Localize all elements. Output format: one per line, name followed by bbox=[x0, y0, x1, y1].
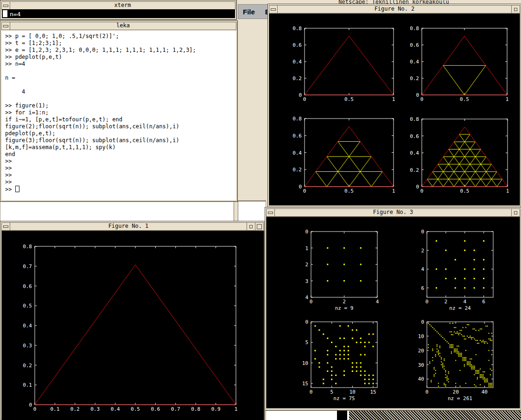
minimize-button[interactable] bbox=[267, 209, 275, 216]
figure2-window: Figure No. 2 00.5100.20.40.60.8 00.5100.… bbox=[267, 4, 521, 207]
figure1-canvas: 00.10.20.30.40.50.60.70.80.9100.10.20.30… bbox=[1, 231, 264, 420]
svg-text:0: 0 bbox=[420, 96, 424, 102]
xterm-text: n=4 bbox=[10, 11, 20, 18]
svg-text:0.8: 0.8 bbox=[292, 25, 302, 31]
background-window-bottom bbox=[267, 410, 337, 420]
svg-text:0: 0 bbox=[426, 299, 429, 305]
svg-text:0.6: 0.6 bbox=[292, 42, 302, 48]
svg-text:0: 0 bbox=[303, 96, 306, 102]
svg-text:0.4: 0.4 bbox=[111, 406, 120, 412]
figure1-title: Figure No. 1 bbox=[10, 223, 247, 230]
figure1-plot-mesh: 00.10.20.30.40.50.60.70.80.9100.10.20.30… bbox=[35, 246, 236, 405]
svg-text:0.2: 0.2 bbox=[292, 75, 302, 81]
svg-text:0.3: 0.3 bbox=[90, 406, 100, 412]
maximize-button[interactable] bbox=[255, 223, 263, 230]
maximize-icon bbox=[257, 224, 262, 229]
svg-text:0.6: 0.6 bbox=[410, 42, 419, 48]
svg-text:0.6: 0.6 bbox=[410, 133, 419, 139]
svg-text:0.8: 0.8 bbox=[23, 244, 32, 250]
figure2-title: Figure No. 2 bbox=[278, 6, 511, 13]
svg-text:1: 1 bbox=[506, 188, 509, 194]
svg-text:0.2: 0.2 bbox=[23, 363, 32, 369]
minimize-icon bbox=[3, 25, 8, 27]
terminal-prompt-line: >> bbox=[2, 186, 236, 193]
minimize-button[interactable] bbox=[2, 2, 10, 9]
svg-text:2: 2 bbox=[445, 299, 448, 305]
figure2-subplot-mesh-4: 00.5100.20.40.60.8 bbox=[422, 119, 508, 187]
svg-text:0.1: 0.1 bbox=[50, 406, 59, 412]
figure3-titlebar[interactable]: Figure No. 3 bbox=[266, 208, 520, 217]
svg-text:0: 0 bbox=[299, 184, 302, 190]
svg-text:0.5: 0.5 bbox=[460, 96, 469, 102]
svg-text:4: 4 bbox=[376, 299, 379, 305]
leka-terminal[interactable]: >> p = [ 0,0; 1,0; .5,1/sqrt(2)]'; >> t … bbox=[2, 31, 236, 200]
svg-text:0.5: 0.5 bbox=[460, 188, 470, 194]
svg-text:2: 2 bbox=[305, 262, 308, 268]
minimize-button[interactable] bbox=[269, 6, 278, 13]
restore-icon bbox=[514, 8, 517, 11]
svg-text:4: 4 bbox=[421, 266, 424, 272]
svg-text:0: 0 bbox=[310, 389, 313, 395]
svg-text:0: 0 bbox=[29, 402, 32, 408]
svg-text:0.9: 0.9 bbox=[211, 406, 221, 412]
minimize-icon bbox=[268, 212, 273, 214]
svg-text:15: 15 bbox=[302, 381, 308, 387]
svg-text:10: 10 bbox=[418, 333, 424, 339]
svg-text:30: 30 bbox=[418, 362, 424, 368]
xterm-content[interactable]: n=4 bbox=[2, 9, 235, 18]
restore-icon bbox=[249, 225, 253, 228]
figure3-subplot-spy-2: 02460246nz = 24 bbox=[427, 232, 493, 297]
svg-text:6: 6 bbox=[421, 285, 424, 291]
figure2-subplot-mesh-2: 00.5100.20.40.60.8 bbox=[422, 28, 507, 95]
terminal-cursor bbox=[15, 186, 19, 192]
svg-text:0: 0 bbox=[416, 184, 419, 190]
svg-text:0.4: 0.4 bbox=[292, 59, 302, 65]
svg-text:0: 0 bbox=[420, 188, 424, 194]
minimize-icon bbox=[271, 8, 276, 11]
svg-text:0.5: 0.5 bbox=[131, 406, 140, 412]
figure2-titlebar[interactable]: Figure No. 2 bbox=[269, 5, 520, 13]
restore-button[interactable] bbox=[247, 223, 255, 230]
svg-text:0: 0 bbox=[299, 92, 302, 98]
figure3-subplot-spy-1: 02401234nz = 9 bbox=[311, 232, 377, 297]
svg-text:0.4: 0.4 bbox=[292, 150, 302, 156]
svg-text:5: 5 bbox=[330, 389, 333, 395]
svg-text:0.7: 0.7 bbox=[23, 263, 32, 270]
minimize-icon bbox=[3, 226, 8, 228]
svg-text:nz = 261: nz = 261 bbox=[448, 395, 472, 401]
svg-text:0.5: 0.5 bbox=[344, 188, 354, 194]
minimize-button[interactable] bbox=[2, 223, 10, 230]
leka-titlebar[interactable]: leka bbox=[1, 22, 236, 30]
svg-text:20: 20 bbox=[453, 389, 459, 395]
restore-button[interactable] bbox=[511, 6, 520, 13]
figure3-subplot-spy-3: 051015051015nz = 75 bbox=[311, 322, 377, 388]
svg-text:0: 0 bbox=[305, 319, 308, 325]
svg-text:nz = 24: nz = 24 bbox=[449, 305, 471, 311]
svg-text:0.6: 0.6 bbox=[23, 283, 32, 289]
svg-text:0.2: 0.2 bbox=[410, 75, 419, 81]
svg-text:40: 40 bbox=[482, 389, 488, 395]
xterm-titlebar[interactable]: xterm bbox=[1, 1, 235, 10]
xterm-scrollbar[interactable] bbox=[3, 10, 7, 17]
svg-text:0: 0 bbox=[416, 92, 419, 98]
svg-text:nz = 75: nz = 75 bbox=[333, 395, 355, 401]
svg-text:0.8: 0.8 bbox=[292, 116, 302, 122]
netscape-menu-file[interactable]: File bbox=[243, 8, 255, 16]
xterm-title: xterm bbox=[10, 2, 235, 9]
svg-text:1: 1 bbox=[392, 96, 395, 102]
svg-text:0.6: 0.6 bbox=[292, 133, 302, 139]
leka-window: leka >> p = [ 0,0; 1,0; .5,1/sqrt(2)]'; … bbox=[0, 20, 238, 202]
restore-button[interactable] bbox=[511, 209, 520, 216]
svg-text:0: 0 bbox=[426, 389, 429, 395]
svg-text:0.7: 0.7 bbox=[171, 406, 180, 412]
minimize-button[interactable] bbox=[2, 22, 10, 30]
background-window-strip bbox=[0, 201, 266, 223]
svg-text:0.2: 0.2 bbox=[410, 167, 419, 173]
figure1-titlebar[interactable]: Figure No. 1 bbox=[1, 222, 264, 231]
svg-text:0.6: 0.6 bbox=[151, 406, 160, 412]
svg-text:40: 40 bbox=[418, 376, 424, 382]
svg-text:0: 0 bbox=[305, 229, 308, 235]
svg-text:1: 1 bbox=[235, 406, 238, 412]
svg-text:0.2: 0.2 bbox=[70, 406, 80, 412]
svg-text:nz = 9: nz = 9 bbox=[335, 305, 354, 311]
